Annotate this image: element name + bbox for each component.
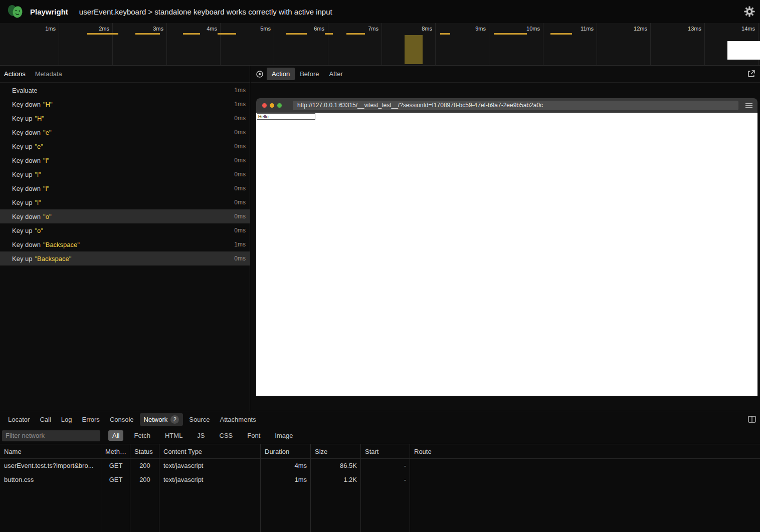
action-row[interactable]: Key up"o"0ms <box>0 223 250 237</box>
details-panel: LocatorCallLogErrorsConsoleNetwork2Sourc… <box>0 411 760 532</box>
timeline-action-marker[interactable] <box>218 33 236 35</box>
filter-chip-fetch[interactable]: Fetch <box>130 430 154 441</box>
panel-tab-metadata[interactable]: Metadata <box>35 70 62 78</box>
traffic-light-zoom-icon <box>277 103 282 108</box>
network-filter-input[interactable] <box>2 430 100 441</box>
timeline-gridline <box>220 23 221 65</box>
filter-chip-image[interactable]: Image <box>271 430 297 441</box>
open-external-icon[interactable] <box>747 70 755 78</box>
action-title: Key down"H" <box>12 101 53 108</box>
action-row[interactable]: Evaluate1ms <box>0 83 250 97</box>
action-duration: 0ms <box>234 255 246 262</box>
action-row[interactable]: Key up"l"0ms <box>0 167 250 181</box>
action-row[interactable]: Key down"l"0ms <box>0 153 250 167</box>
traffic-light-minimize-icon <box>270 103 274 108</box>
action-label: Evaluate <box>12 87 38 94</box>
snapshot-tab-action[interactable]: Action <box>267 68 295 80</box>
bottom-tab-log[interactable]: Log <box>57 414 76 425</box>
cell-duration: 4ms <box>261 459 311 473</box>
bottom-tab-errors[interactable]: Errors <box>78 414 103 425</box>
action-row[interactable]: Key down"o"0ms <box>0 209 250 223</box>
filter-chip-css[interactable]: CSS <box>216 430 237 441</box>
action-label: Key down <box>12 213 41 220</box>
action-duration: 0ms <box>234 185 246 192</box>
timeline-gridline <box>704 23 705 65</box>
action-title: Key down"Backspace" <box>12 241 80 248</box>
snapshot-tab-after[interactable]: After <box>324 68 347 80</box>
bottom-tab-locator[interactable]: Locator <box>4 414 34 425</box>
action-label: Key up <box>12 199 32 206</box>
timeline-action-marker[interactable] <box>346 33 365 35</box>
filter-chip-html[interactable]: HTML <box>161 430 186 441</box>
timeline-action-marker[interactable] <box>286 33 307 35</box>
column-header-name[interactable]: Name <box>0 444 101 458</box>
cell-content-type: text/javascript <box>159 459 261 473</box>
timeline-action-marker[interactable] <box>135 33 160 35</box>
action-row[interactable]: Key up"H"0ms <box>0 111 250 125</box>
action-label: Key up <box>12 227 32 234</box>
timeline-action-marker[interactable] <box>183 33 200 35</box>
timeline-gridline <box>650 23 651 65</box>
bottom-tab-source[interactable]: Source <box>185 414 214 425</box>
column-header-duration[interactable]: Duration <box>261 444 311 458</box>
network-table: NameMethodStatusContent TypeDurationSize… <box>0 444 760 532</box>
filter-chip-js[interactable]: JS <box>193 430 209 441</box>
action-duration: 1ms <box>234 87 246 94</box>
bottom-tab-attachments[interactable]: Attachments <box>216 414 260 425</box>
timeline-action-marker[interactable] <box>550 33 572 35</box>
action-key: "l" <box>35 171 41 178</box>
pick-locator-icon[interactable] <box>256 70 264 78</box>
action-row[interactable]: Key up"l"0ms <box>0 195 250 209</box>
action-row[interactable]: Key down"l"0ms <box>0 181 250 195</box>
top-bar: Playwright userEvent.keyboard > standalo… <box>0 0 760 23</box>
column-header-route[interactable]: Route <box>410 444 760 458</box>
action-row[interactable]: Key down"Backspace"1ms <box>0 237 250 251</box>
bottom-tab-call[interactable]: Call <box>36 414 55 425</box>
action-title: Key up"o" <box>12 227 43 234</box>
column-header-method[interactable]: Method <box>101 444 130 458</box>
toggle-columns-icon[interactable] <box>748 416 756 425</box>
bottom-tab-badge: 2 <box>170 415 179 424</box>
action-title: Key down"l" <box>12 185 49 192</box>
table-column-divider <box>130 444 130 532</box>
timeline-gridline <box>382 23 382 65</box>
network-table-header: NameMethodStatusContent TypeDurationSize… <box>0 444 760 459</box>
table-column-divider <box>360 444 361 532</box>
bottom-tab-console[interactable]: Console <box>106 414 138 425</box>
panel-tab-actions[interactable]: Actions <box>4 70 26 78</box>
timeline-film-strip-thumbnail[interactable] <box>727 41 760 60</box>
cell-route <box>410 459 760 473</box>
timeline-action-marker[interactable] <box>325 33 333 35</box>
snapshot-tab-before[interactable]: Before <box>295 68 324 80</box>
resource-type-filters: AllFetchHTMLJSCSSFontImage <box>108 430 303 441</box>
action-row[interactable]: Key up"e"0ms <box>0 139 250 153</box>
gear-icon[interactable] <box>744 6 755 19</box>
filter-chip-font[interactable]: Font <box>243 430 264 441</box>
action-row[interactable]: Key down"e"0ms <box>0 125 250 139</box>
bottom-tab-network[interactable]: Network2 <box>140 413 183 426</box>
action-row[interactable]: Key down"H"1ms <box>0 97 250 111</box>
timeline-action-marker[interactable] <box>494 33 527 35</box>
action-title: Evaluate <box>12 87 38 94</box>
timeline-selected-range[interactable] <box>405 35 423 64</box>
timeline[interactable]: 1ms2ms3ms4ms5ms6ms7ms8ms9ms10ms11ms12ms1… <box>0 23 760 66</box>
column-header-size[interactable]: Size <box>311 444 361 458</box>
timeline-action-marker[interactable] <box>440 33 450 35</box>
snapshot-panel: ActionBeforeAfter http://127.0.0.1:63315… <box>251 66 760 411</box>
column-header-status[interactable]: Status <box>130 444 159 458</box>
filter-chip-all[interactable]: All <box>108 430 123 441</box>
cell-method: GET <box>101 459 130 473</box>
timeline-action-marker[interactable] <box>87 33 118 35</box>
action-duration: 0ms <box>234 199 246 206</box>
details-tabs: LocatorCallLogErrorsConsoleNetwork2Sourc… <box>0 411 760 427</box>
table-column-divider <box>159 444 159 532</box>
network-request-row[interactable]: userEvent.test.ts?import&bro...GET200tex… <box>0 459 760 473</box>
action-key: "Backspace" <box>35 255 71 262</box>
network-request-row[interactable]: button.cssGET200text/javascript1ms1.2K- <box>0 473 760 487</box>
page-text-input[interactable] <box>257 113 315 120</box>
action-row[interactable]: Key up"Backspace"0ms <box>0 251 250 265</box>
action-key: "e" <box>43 129 51 136</box>
column-header-start[interactable]: Start <box>361 444 410 458</box>
column-header-content-type[interactable]: Content Type <box>159 444 261 458</box>
table-column-divider <box>260 444 261 532</box>
